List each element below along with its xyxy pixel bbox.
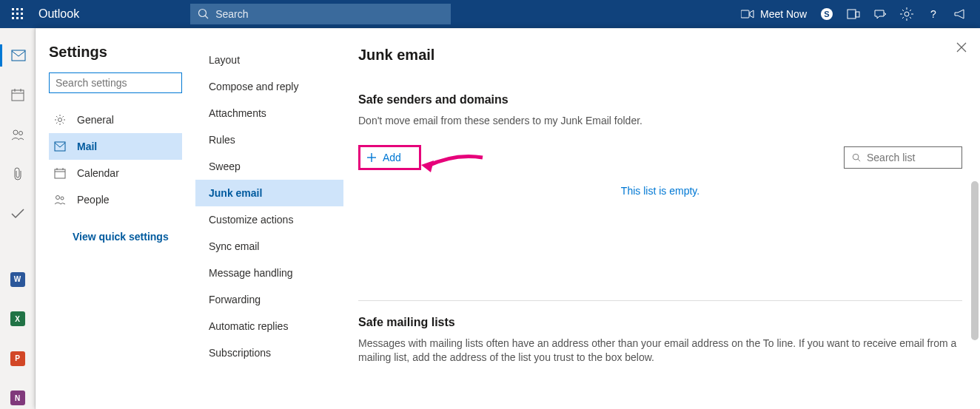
subnav-subscriptions[interactable]: Subscriptions bbox=[195, 339, 343, 366]
svg-rect-0 bbox=[12, 8, 14, 10]
subnav-handling[interactable]: Message handling bbox=[195, 260, 343, 286]
view-quick-settings-link[interactable]: View quick settings bbox=[73, 231, 182, 243]
settings-title: Settings bbox=[49, 44, 182, 61]
excel-icon: X bbox=[10, 311, 25, 326]
settings-search-wrap[interactable] bbox=[49, 72, 182, 93]
subnav-forwarding[interactable]: Forwarding bbox=[195, 286, 343, 313]
gear-icon bbox=[53, 114, 67, 126]
mail-icon bbox=[53, 141, 67, 152]
subnav-layout[interactable]: Layout bbox=[195, 47, 343, 73]
svg-line-38 bbox=[56, 116, 58, 118]
mailing-lists-heading: Safe mailing lists bbox=[358, 316, 962, 329]
global-search-input[interactable] bbox=[215, 8, 443, 20]
global-search[interactable] bbox=[190, 4, 451, 24]
rail-people[interactable] bbox=[0, 124, 36, 146]
subnav-compose[interactable]: Compose and reply bbox=[195, 73, 343, 100]
settings-primary-nav: Settings General Mail Calendar People Vi… bbox=[36, 29, 195, 409]
settings-gear-icon[interactable] bbox=[900, 7, 913, 21]
tips-icon[interactable] bbox=[873, 7, 887, 21]
subnav-sweep[interactable]: Sweep bbox=[195, 153, 343, 180]
nav-calendar[interactable]: Calendar bbox=[49, 160, 182, 186]
safe-senders-desc: Don't move email from these senders to m… bbox=[358, 114, 962, 129]
svg-line-23 bbox=[902, 17, 904, 18]
svg-rect-11 bbox=[741, 10, 749, 18]
meet-now-button[interactable]: Meet Now bbox=[741, 8, 807, 20]
rail-excel[interactable]: X bbox=[0, 308, 36, 330]
rail-files[interactable] bbox=[0, 163, 36, 186]
close-button[interactable] bbox=[956, 42, 967, 53]
svg-rect-14 bbox=[848, 10, 856, 18]
plus-icon bbox=[366, 152, 377, 163]
svg-point-16 bbox=[905, 12, 909, 16]
search-list-input[interactable] bbox=[867, 152, 954, 163]
svg-text:S: S bbox=[824, 10, 829, 18]
search-list-box[interactable] bbox=[844, 146, 962, 169]
svg-rect-7 bbox=[16, 17, 19, 19]
settings-secondary-nav: Layout Compose and reply Attachments Rul… bbox=[195, 29, 343, 409]
scrollbar[interactable] bbox=[971, 181, 979, 340]
people-icon bbox=[53, 194, 67, 206]
ppt-icon: P bbox=[10, 351, 25, 366]
svg-point-48 bbox=[61, 197, 64, 200]
calendar-icon bbox=[53, 167, 67, 179]
settings-content: Junk email Safe senders and domains Don'… bbox=[343, 29, 980, 409]
mailing-lists-desc: Messages with mailing lists often have a… bbox=[358, 337, 962, 365]
svg-line-10 bbox=[205, 16, 208, 18]
nav-general[interactable]: General bbox=[49, 107, 182, 133]
add-button-label: Add bbox=[383, 152, 401, 163]
check-icon bbox=[11, 209, 24, 219]
people-icon bbox=[11, 128, 24, 141]
teams-icon[interactable] bbox=[847, 7, 860, 21]
nav-general-label: General bbox=[77, 114, 114, 126]
svg-rect-1 bbox=[16, 8, 19, 10]
svg-rect-4 bbox=[16, 13, 19, 15]
svg-rect-8 bbox=[21, 17, 23, 19]
subnav-sync[interactable]: Sync email bbox=[195, 233, 343, 260]
subnav-autoreply[interactable]: Automatic replies bbox=[195, 313, 343, 339]
nav-people[interactable]: People bbox=[49, 186, 182, 213]
svg-rect-2 bbox=[21, 8, 23, 10]
nav-mail[interactable]: Mail bbox=[49, 133, 182, 160]
subnav-customize[interactable]: Customize actions bbox=[195, 206, 343, 233]
rail-calendar[interactable] bbox=[0, 84, 36, 107]
svg-point-33 bbox=[58, 118, 62, 122]
help-icon[interactable]: ? bbox=[927, 7, 940, 21]
safe-senders-heading: Safe senders and domains bbox=[358, 93, 962, 107]
svg-line-54 bbox=[858, 159, 860, 161]
add-sender-button[interactable]: Add bbox=[358, 145, 421, 170]
video-icon bbox=[741, 9, 754, 19]
svg-line-40 bbox=[56, 123, 58, 124]
svg-rect-43 bbox=[55, 169, 65, 178]
skype-icon[interactable]: S bbox=[820, 7, 833, 21]
subnav-attachments[interactable]: Attachments bbox=[195, 100, 343, 126]
svg-rect-27 bbox=[12, 90, 24, 101]
svg-line-41 bbox=[63, 116, 64, 118]
svg-line-24 bbox=[910, 10, 911, 11]
rail-word[interactable]: W bbox=[0, 268, 36, 291]
onenote-icon: N bbox=[10, 391, 25, 405]
subnav-rules[interactable]: Rules bbox=[195, 126, 343, 153]
rail-onenote[interactable]: N bbox=[0, 387, 36, 409]
svg-point-53 bbox=[853, 154, 859, 160]
svg-rect-42 bbox=[55, 142, 65, 151]
rail-todo[interactable] bbox=[0, 203, 36, 225]
rail-powerpoint[interactable]: P bbox=[0, 348, 36, 370]
nav-people-label: People bbox=[77, 194, 110, 206]
waffle-icon bbox=[12, 8, 24, 20]
subnav-junk[interactable]: Junk email bbox=[195, 180, 343, 206]
settings-search-input[interactable] bbox=[56, 77, 175, 89]
svg-rect-26 bbox=[12, 50, 25, 61]
megaphone-icon[interactable] bbox=[953, 7, 967, 21]
meet-now-label: Meet Now bbox=[760, 8, 807, 20]
word-icon: W bbox=[10, 272, 25, 287]
settings-panel: Settings General Mail Calendar People Vi… bbox=[36, 28, 980, 409]
svg-line-21 bbox=[902, 10, 904, 11]
app-launcher[interactable] bbox=[0, 0, 36, 28]
svg-point-32 bbox=[19, 131, 22, 135]
mail-icon bbox=[11, 50, 26, 61]
rail-mail[interactable] bbox=[0, 44, 36, 67]
svg-rect-6 bbox=[12, 17, 14, 19]
svg-rect-3 bbox=[12, 13, 14, 15]
header-bar: Outlook Meet Now S ? bbox=[0, 0, 980, 28]
close-icon bbox=[956, 42, 967, 53]
